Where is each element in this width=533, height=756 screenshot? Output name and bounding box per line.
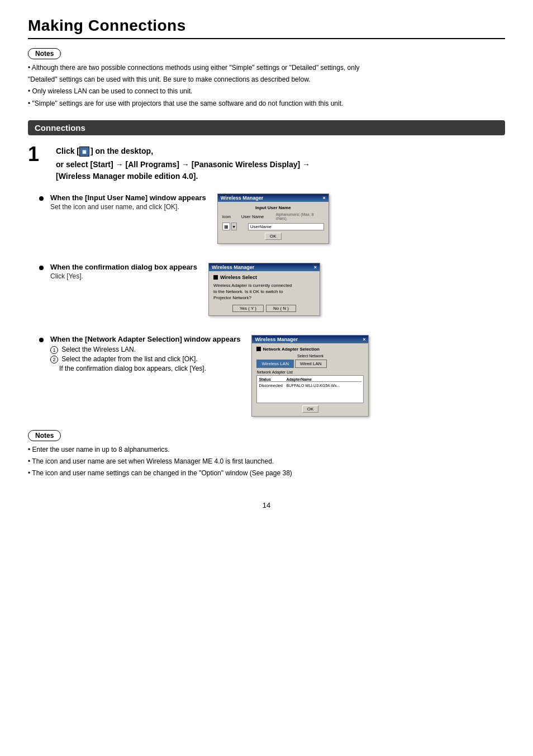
step-1-content: Click [▦] on the desktop, or select [Sta… (56, 147, 505, 182)
icon-dropdown[interactable]: ▦ ▼ (222, 223, 245, 230)
dialog-1-close-icon: × (323, 195, 326, 201)
note-bottom-line-2: • The icon and user name are set when Wi… (28, 456, 505, 467)
bullet-1-body: When the [Input User Name] window appear… (50, 193, 329, 249)
bullet-2: When the confirmation dialog box appears… (28, 263, 505, 322)
dialog-3-close-icon: × (363, 337, 365, 342)
dialog-3-section: Network Adapter Selection (256, 347, 364, 352)
note-line-4: • "Simple" settings are for use with pro… (28, 98, 505, 109)
dialog-3-titlebar: Wireless Manager × (252, 336, 368, 343)
notes-top-section: Notes • Although there are two possible … (28, 48, 505, 109)
dialog-2-no-button[interactable]: No ( N ) (266, 305, 296, 312)
bullet-dot-3 (39, 338, 44, 342)
step-1-line2: or select [Start] → [All Programs] → [Pa… (56, 159, 505, 171)
icon-box[interactable]: ▦ (222, 223, 230, 230)
bullet-1-text: When the [Input User Name] window appear… (50, 193, 206, 211)
icon-dropdown-arrow[interactable]: ▼ (231, 223, 237, 230)
bullet-1: When the [Input User Name] window appear… (28, 193, 505, 249)
step-1-line1-prefix: Click [ (56, 147, 79, 155)
dialog-1-ok-area: OK (222, 233, 324, 240)
bullet-1-title: When the [Input User Name] window appear… (50, 193, 206, 202)
network-adapter-dialog: Wireless Manager × Network Adapter Selec… (251, 335, 369, 417)
note-line-1: • Although there are two possible connec… (28, 63, 505, 73)
step-1-line3: [Wireless Manager mobile edition 4.0]. (56, 171, 505, 182)
dialog-1-titlebar: Wireless Manager × (218, 194, 329, 202)
sub-step-3: If the confirmation dialog box appears, … (59, 365, 240, 372)
page-number: 14 (28, 501, 505, 509)
wireless-lan-tab[interactable]: Wireless LAN (256, 360, 293, 368)
confirmation-dialog: Wireless Manager × Wireless Select Wirel… (208, 263, 320, 322)
notes-bottom-content: • Enter the user name in up to 8 alphanu… (28, 445, 505, 479)
dialog-2-section: Wireless Select (213, 275, 315, 280)
select-network-label: Select Network (256, 354, 364, 358)
dialog-2-yes-button[interactable]: Yes ( Y ) (232, 305, 264, 312)
step-1-title: Click [▦] on the desktop, (56, 147, 505, 157)
na-tabs: Wireless LAN Wired LAN (256, 360, 364, 368)
sub-step-1: 1 Select the Wireless LAN. (50, 346, 240, 354)
bullet-3-body: When the [Network Adapter Selection] win… (50, 335, 369, 417)
sub-step-2: 2 Select the adapter from the list and c… (50, 355, 240, 363)
notes-bottom-section: Notes • Enter the user name in up to 8 a… (28, 430, 505, 479)
input-user-name-dialog: Wireless Manager × Input User Name Icon … (217, 193, 329, 249)
ws-square-icon (213, 275, 218, 280)
dialog-3-footer: OK (256, 405, 364, 413)
bullet-3-text: When the [Network Adapter Selection] win… (50, 335, 240, 374)
dialog-1-ok-button[interactable]: OK (265, 233, 282, 240)
desktop-icon: ▦ (79, 147, 89, 157)
notes-top-label: Notes (28, 48, 61, 59)
title-divider (28, 38, 505, 39)
bullet-3-title: When the [Network Adapter Selection] win… (50, 335, 240, 343)
bullet-2-title: When the confirmation dialog box appears (50, 263, 197, 271)
adapter-list-label: Network Adapter List (256, 370, 364, 374)
dialog-1-body: Input User Name Icon User Name Alphanume… (218, 202, 329, 243)
note-bottom-line-3: • The icon and user name settings can be… (28, 468, 505, 479)
dialog-2-buttons: Yes ( Y ) No ( N ) (213, 305, 315, 312)
dialog-3-ok-button[interactable]: OK (302, 405, 319, 413)
note-bottom-line-1: • Enter the user name in up to 8 alphanu… (28, 445, 505, 455)
connections-header: Connections (28, 120, 505, 135)
dialog-2-titlebar: Wireless Manager × (209, 263, 320, 271)
wired-lan-tab[interactable]: Wired LAN (295, 360, 327, 368)
dialog-2-text: Wireless Adapter is currently connected … (213, 282, 315, 301)
adapter-list: Status AdapterName Disconnected BUFFALO … (256, 375, 364, 403)
bullet-dot-1 (39, 196, 44, 201)
page-title: Making Connections (28, 17, 505, 35)
bullet-dot-2 (39, 266, 44, 270)
adapter-list-header: Status AdapterName (259, 377, 361, 382)
adapter-list-row[interactable]: Disconnected BUFFALO WLI-U2-KG54-Wx... (259, 383, 361, 388)
note-line-2: "Detailed" settings can be used with thi… (28, 74, 505, 85)
dialog-1-input-label: Input User Name (222, 205, 324, 210)
bullet-1-desc: Set the icon and user name, and click [O… (50, 203, 206, 211)
bullet-2-text: When the confirmation dialog box appears… (50, 263, 197, 280)
notes-top-content: • Although there are two possible connec… (28, 63, 505, 109)
dialog-2-close-icon: × (314, 264, 317, 270)
step-1-line1-suffix: ] on the desktop, (91, 147, 153, 155)
dialog-3-body: Network Adapter Selection Select Network… (252, 343, 368, 416)
note-line-3: • Only wireless LAN can be used to conne… (28, 86, 505, 97)
step-1: 1 Click [▦] on the desktop, or select [S… (28, 147, 505, 182)
step-number-1: 1 (28, 144, 56, 164)
dialog-2-body: Wireless Select Wireless Adapter is curr… (209, 271, 320, 315)
dialog-1-row-header: Icon User Name Alphanumeric (Max: 8 char… (222, 212, 324, 220)
bullet-3: When the [Network Adapter Selection] win… (28, 335, 505, 417)
bullet-2-desc: Click [Yes]. (50, 272, 197, 280)
circle-2: 2 (50, 356, 58, 363)
circle-1: 1 (50, 346, 58, 354)
bullet-3-sub-steps: 1 Select the Wireless LAN. 2 Select the … (50, 346, 240, 372)
dialog-1-row-inputs: ▦ ▼ UserName (222, 223, 324, 230)
notes-bottom-label: Notes (28, 430, 61, 441)
bullet-2-body: When the confirmation dialog box appears… (50, 263, 320, 322)
na-square-icon (256, 347, 261, 351)
username-input[interactable]: UserName (248, 223, 324, 230)
